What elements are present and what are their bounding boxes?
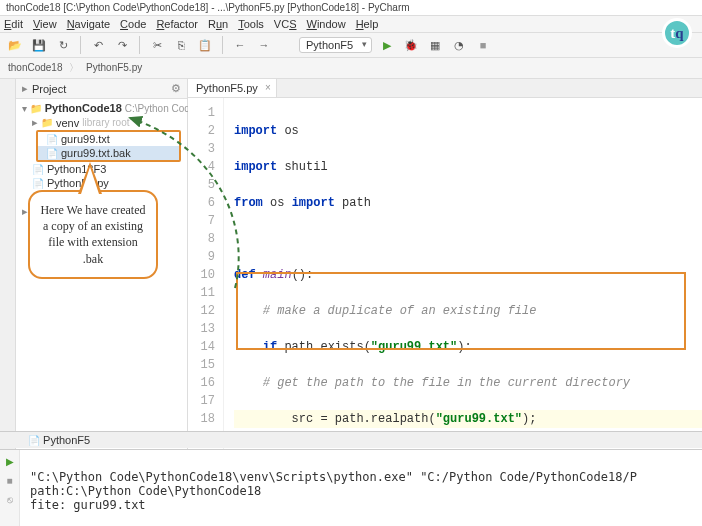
- output-line-2: fite: guru99.txt: [30, 498, 146, 512]
- menu-view[interactable]: View: [33, 18, 57, 30]
- code-content[interactable]: import os import shutil from os import p…: [224, 98, 702, 449]
- menu-tools[interactable]: Tools: [238, 18, 264, 30]
- window-title: thonCode18 [C:\Python Code\PythonCode18]…: [0, 0, 702, 16]
- folder-icon: 📁: [41, 117, 53, 128]
- annotation-bubble: Here We have created a copy of an existi…: [28, 190, 158, 279]
- tree-label: guru99.txt.bak: [61, 147, 131, 159]
- paste-icon[interactable]: 📋: [196, 36, 214, 54]
- pin-icon[interactable]: ⎋: [7, 494, 13, 505]
- tree-label: guru99.txt: [61, 133, 110, 145]
- tree-item-venv[interactable]: ▸ 📁 venv library root: [16, 115, 187, 130]
- tree-root-label: PythonCode18: [45, 102, 122, 114]
- sync-icon[interactable]: ↻: [54, 36, 72, 54]
- output-line-1: path:C:\Python Code\PythonCode18: [30, 484, 261, 498]
- back-icon[interactable]: ←: [231, 36, 249, 54]
- tree-label: venv: [56, 117, 79, 129]
- save-icon[interactable]: 💾: [30, 36, 48, 54]
- editor-tabs: PythonF5.py: [188, 79, 702, 98]
- project-collapse-icon[interactable]: ▸: [22, 82, 28, 95]
- tree-item-guru99-txt[interactable]: 📄 guru99.txt: [38, 132, 179, 146]
- output-line-0: "C:\Python Code\PythonCode18\venv\Script…: [30, 470, 637, 484]
- file-icon: 📄: [46, 148, 58, 159]
- editor-tab-pythonf5[interactable]: PythonF5.py: [188, 79, 277, 97]
- rerun-icon[interactable]: ▶: [6, 456, 14, 467]
- badge-q: q: [675, 25, 683, 42]
- breadcrumb-root[interactable]: thonCode18: [8, 62, 63, 73]
- tab-label: PythonF5.py: [196, 82, 258, 94]
- menu-run[interactable]: Run: [208, 18, 228, 30]
- breadcrumb-file[interactable]: PythonF5.py: [86, 62, 142, 73]
- code-body[interactable]: 12345678910111213141516171819 import os …: [188, 98, 702, 449]
- file-icon: 📄: [46, 134, 58, 145]
- python-file-icon: 📄: [28, 435, 40, 446]
- toolbar: 📂 💾 ↻ ↶ ↷ ✂ ⎘ 📋 ← → PythonF5 ▶ 🐞 ▦ ◔ ■: [0, 33, 702, 58]
- run-tab-label: PythonF5: [43, 434, 90, 446]
- run-icon[interactable]: ▶: [378, 36, 396, 54]
- project-header[interactable]: ▸ Project ⚙: [16, 79, 187, 99]
- run-toolbar: ▶ ■ ⎋: [0, 450, 20, 526]
- stop-icon[interactable]: ■: [474, 36, 492, 54]
- menu-window[interactable]: Window: [306, 18, 345, 30]
- folder-icon: ▾ 📁: [22, 103, 42, 114]
- bubble-text: Here We have created a copy of an existi…: [40, 203, 145, 266]
- redo-icon[interactable]: ↷: [113, 36, 131, 54]
- line-gutter: 12345678910111213141516171819: [188, 98, 224, 449]
- menu-edit[interactable]: Edit: [4, 18, 23, 30]
- python-file-icon: 📄: [32, 178, 44, 189]
- tree-item-guru99-bak[interactable]: 📄 guru99.txt.bak: [38, 146, 179, 160]
- menu-vcs[interactable]: VCS: [274, 18, 297, 30]
- tree-hint: library root: [82, 117, 129, 128]
- run-config-select[interactable]: PythonF5: [299, 37, 372, 53]
- open-icon[interactable]: 📂: [6, 36, 24, 54]
- stop-icon[interactable]: ■: [6, 475, 12, 486]
- cut-icon[interactable]: ✂: [148, 36, 166, 54]
- project-header-label: Project: [32, 83, 66, 95]
- editor-area: PythonF5.py 1234567891011121314151617181…: [188, 79, 702, 449]
- debug-icon[interactable]: 🐞: [402, 36, 420, 54]
- tq-logo: tq: [662, 18, 692, 48]
- project-settings-icon[interactable]: ⚙: [171, 82, 181, 95]
- menu-help[interactable]: Help: [356, 18, 379, 30]
- menu-code[interactable]: Code: [120, 18, 146, 30]
- coverage-icon[interactable]: ▦: [426, 36, 444, 54]
- tree-root[interactable]: ▾ 📁 PythonCode18 C:\Python Code\Pyt: [16, 101, 187, 115]
- undo-icon[interactable]: ↶: [89, 36, 107, 54]
- console-output[interactable]: "C:\Python Code\PythonCode18\venv\Script…: [20, 450, 702, 526]
- run-tool-window: ▶ ■ ⎋ "C:\Python Code\PythonCode18\venv\…: [0, 449, 702, 526]
- main-menu: Edit View Navigate Code Refactor Run Too…: [0, 16, 702, 33]
- copy-icon[interactable]: ⎘: [172, 36, 190, 54]
- menu-navigate[interactable]: Navigate: [67, 18, 110, 30]
- menu-refactor[interactable]: Refactor: [156, 18, 198, 30]
- breadcrumb: thonCode18 〉 PythonF5.py: [0, 58, 702, 79]
- left-gutter-strip: [0, 79, 16, 449]
- python-file-icon: 📄: [32, 164, 44, 175]
- profile-icon[interactable]: ◔: [450, 36, 468, 54]
- chevron-right-icon: ▸: [32, 116, 38, 129]
- forward-icon[interactable]: →: [255, 36, 273, 54]
- run-tool-tab[interactable]: 📄 PythonF5: [0, 431, 702, 448]
